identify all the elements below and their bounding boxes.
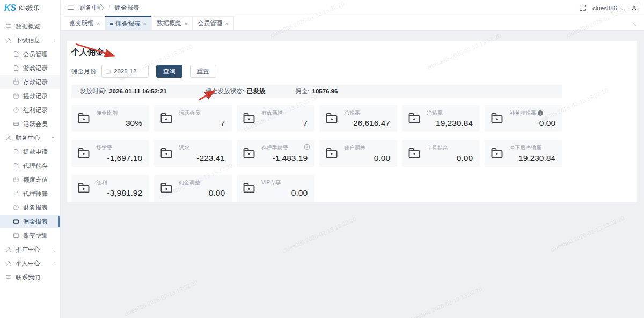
sidebar-item-label: 提款记录 (23, 92, 48, 100)
sidebar-item-finance-center[interactable]: 财务中心 (0, 131, 60, 145)
sidebar-item-bonus-records[interactable]: 红利记录 (0, 103, 60, 117)
sidebar-item-personal-center[interactable]: 个人中心 (0, 256, 60, 270)
main-panel: 个人佣金 佣金月份 查询 重置 发放时间:2026-01-11 16:52:21… (67, 41, 637, 202)
sidebar: KS KS娱乐 数据概览下级信息会员管理游戏记录存款记录提款记录红利记录活跃会员… (0, 0, 61, 318)
month-picker[interactable] (101, 65, 149, 78)
issue-status: 佣金发放状态:已发放 (206, 87, 266, 95)
active-tab-dot (110, 23, 113, 25)
sidebar-item-quota-recharge[interactable]: 额度充值 (0, 173, 60, 187)
sidebar-item-deposit-records[interactable]: 存款记录 (0, 75, 60, 89)
sidebar-item-contact-us[interactable]: 联系我们 (0, 270, 60, 284)
sidebar-item-agent-deposit[interactable]: 代理代存 (0, 159, 60, 173)
issue-time: 发放时间:2026-01-11 16:52:21 (80, 87, 167, 95)
sidebar-item-label: 存款记录 (23, 78, 48, 86)
sidebar-item-subordinate-info[interactable]: 下级信息 (0, 33, 60, 47)
sidebar-menu: 数据概览下级信息会员管理游戏记录存款记录提款记录红利记录活跃会员财务中心提款申请… (0, 16, 60, 284)
stat-card-value: 7 (303, 119, 308, 128)
breadcrumb-page: 佣金报表 (115, 4, 140, 11)
sidebar-item-member-management[interactable]: 会员管理 (0, 47, 60, 61)
expand-icon[interactable] (304, 144, 310, 150)
sidebar-item-promotion-center[interactable]: 推广中心 (0, 242, 60, 256)
breadcrumb-separator: / (108, 4, 110, 11)
stat-card-active-members: 活跃会员7 (154, 105, 232, 132)
tabs: 账变明细×佣金报表×数据概览×会员管理× (64, 16, 233, 30)
tab-close-icon[interactable]: × (97, 20, 100, 27)
sidebar-item-active-members[interactable]: 活跃会员 (0, 117, 60, 131)
query-button[interactable]: 查询 (156, 65, 182, 78)
collapse-menu-icon[interactable] (67, 4, 74, 11)
stat-card-net-winloss: 净输赢19,230.84 (402, 105, 480, 132)
tab-close-icon[interactable]: × (143, 20, 146, 27)
sidebar-item-data-overview[interactable]: 数据概览 (0, 19, 60, 33)
wallet-icon (407, 147, 421, 159)
stat-card-last-month-balance: 上月结余0.00 (402, 140, 480, 167)
sidebar-item-game-records[interactable]: 游戏记录 (0, 61, 60, 75)
stat-card-supplement-net-winloss: 补单净输赢i0.00 (485, 105, 562, 132)
tab-account-change-detail[interactable]: 账变明细× (64, 16, 105, 30)
stat-card-label: 有效新增 (261, 109, 283, 117)
stat-card-label: 佣金调整 (179, 179, 200, 187)
sidebar-item-label: 下级信息 (16, 36, 40, 45)
calendar-icon (105, 69, 111, 75)
clock-icon (13, 204, 20, 211)
sidebar-item-label: 会员管理 (23, 50, 48, 58)
reset-button[interactable]: 重置 (190, 65, 216, 78)
info-icon[interactable]: i (538, 110, 543, 116)
tab-commission-report[interactable]: 佣金报表× (105, 16, 151, 30)
brand-logo: KS (4, 3, 16, 13)
sidebar-item-label: 账变明细 (23, 232, 48, 240)
wallet-icon (242, 182, 256, 194)
sidebar-item-label: 联系我们 (16, 273, 40, 282)
tab-member-management[interactable]: 会员管理× (192, 16, 233, 30)
sidebar-item-label: 个人中心 (16, 260, 40, 268)
stat-cards: 佣金比例30%活跃会员7有效新增7总输赢26,616.47净输赢19,230.8… (71, 105, 633, 202)
wallet-icon (325, 147, 339, 159)
sidebar-item-commission-report[interactable]: 佣金报表 (0, 215, 60, 228)
filter-row: 佣金月份 查询 重置 (71, 65, 633, 78)
commission-value: 10576.96 (312, 88, 338, 94)
stat-card-commission-adjustment: 佣金调整0.00 (154, 175, 232, 202)
tab-close-icon[interactable]: × (184, 20, 187, 27)
month-input[interactable] (114, 68, 145, 75)
chat-icon (5, 23, 12, 29)
sidebar-item-account-change-detail[interactable]: 账变明细 (0, 228, 60, 242)
tab-label: 数据概览 (157, 19, 181, 27)
sidebar-item-label: 推广中心 (16, 246, 40, 254)
fullscreen-icon[interactable] (579, 4, 586, 11)
tab-label: 佣金报表 (115, 20, 140, 28)
doc-icon (13, 149, 20, 155)
sidebar-item-withdrawal-records[interactable]: 提款记录 (0, 89, 60, 103)
chat-icon (5, 274, 12, 280)
stat-card-value: 0.00 (291, 188, 308, 198)
stat-card-label: VIP专享 (261, 179, 281, 187)
tab-label: 会员管理 (197, 19, 222, 27)
stat-card-account-adjustment: 账户调整0.00 (319, 140, 397, 167)
user-menu[interactable]: clues886 (592, 5, 624, 11)
tabbar-chevron-down-icon[interactable] (632, 20, 638, 26)
tab-data-overview[interactable]: 数据概览× (151, 16, 193, 30)
stat-card-venue-fee: 场馆费-1,697.10 (71, 140, 149, 167)
tab-bar: 账变明细×佣金报表×数据概览×会员管理× (61, 16, 644, 31)
stat-card-label: 账户调整 (344, 144, 365, 152)
sidebar-item-label: 佣金报表 (23, 218, 48, 226)
stat-card-value: 0.00 (209, 188, 225, 198)
stat-card-label: 存提手续费 (261, 144, 288, 152)
settings-gear-icon[interactable] (631, 4, 638, 11)
sidebar-item-label: 活跃会员 (23, 120, 48, 128)
stat-card-value: -3,981.92 (107, 188, 143, 198)
brand: KS KS娱乐 (0, 0, 60, 16)
sidebar-item-label: 提款申请 (23, 148, 48, 156)
wallet-icon (77, 182, 91, 194)
wallet-icon (407, 112, 421, 124)
sidebar-item-agent-transfer[interactable]: 代理转账 (0, 187, 60, 201)
sidebar-item-withdrawal-request[interactable]: 提款申请 (0, 145, 60, 159)
breadcrumb: 财务中心 / 佣金报表 (79, 4, 140, 12)
tab-close-icon[interactable]: × (225, 20, 228, 27)
sidebar-item-finance-report[interactable]: 财务报表 (0, 201, 60, 215)
status-bar: 发放时间:2026-01-11 16:52:21 佣金发放状态:已发放 佣金:1… (71, 85, 562, 98)
stat-card-label: 场馆费 (96, 144, 112, 152)
top-header: 财务中心 / 佣金报表 clues886 (61, 0, 644, 16)
stat-card-value: 30% (126, 119, 142, 128)
breadcrumb-section[interactable]: 财务中心 (79, 4, 104, 11)
stat-card-commission-ratio: 佣金比例30% (71, 105, 149, 132)
